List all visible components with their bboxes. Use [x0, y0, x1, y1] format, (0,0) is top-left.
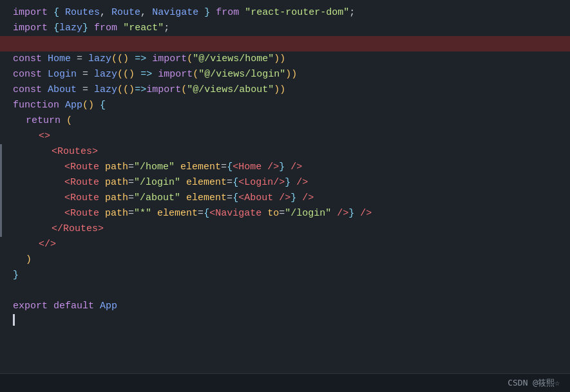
- code-line: const About = lazy(()=>import("@/views/a…: [0, 82, 570, 98]
- code-line: export default App: [0, 299, 570, 314]
- code-line: [0, 314, 570, 330]
- code-line: import { Routes, Route, Navigate } from …: [0, 5, 570, 21]
- code-line: function App() {: [0, 98, 570, 113]
- code-line: import {lazy} from "react";: [0, 21, 570, 36]
- code-line: </>: [0, 237, 570, 252]
- status-bar: CSDN @筱熙☆: [0, 373, 570, 392]
- code-line: }: [0, 268, 570, 283]
- code-line: <Route path="/login" element={<Login/>} …: [0, 175, 570, 191]
- code-line: <Route path="*" element={<Navigate to="/…: [0, 206, 570, 221]
- code-line: const Home = lazy(() => import("@/views/…: [0, 51, 570, 67]
- code-line: <Route path="/home" element={<Home />} /…: [0, 160, 570, 175]
- code-line: </Routes>: [0, 221, 570, 237]
- code-line: [0, 283, 570, 299]
- code-line: const Login = lazy(() => import("@/views…: [0, 67, 570, 82]
- code-line: <Route path="/about" element={<About />}…: [0, 191, 570, 206]
- code-line: <>: [0, 129, 570, 144]
- code-line: return (: [0, 113, 570, 129]
- status-text: CSDN @筱熙☆: [508, 377, 560, 390]
- code-editor: import { Routes, Route, Navigate } from …: [0, 0, 570, 373]
- code-line: [0, 36, 570, 51]
- code-line: <Routes>: [0, 144, 570, 160]
- code-line: ): [0, 252, 570, 268]
